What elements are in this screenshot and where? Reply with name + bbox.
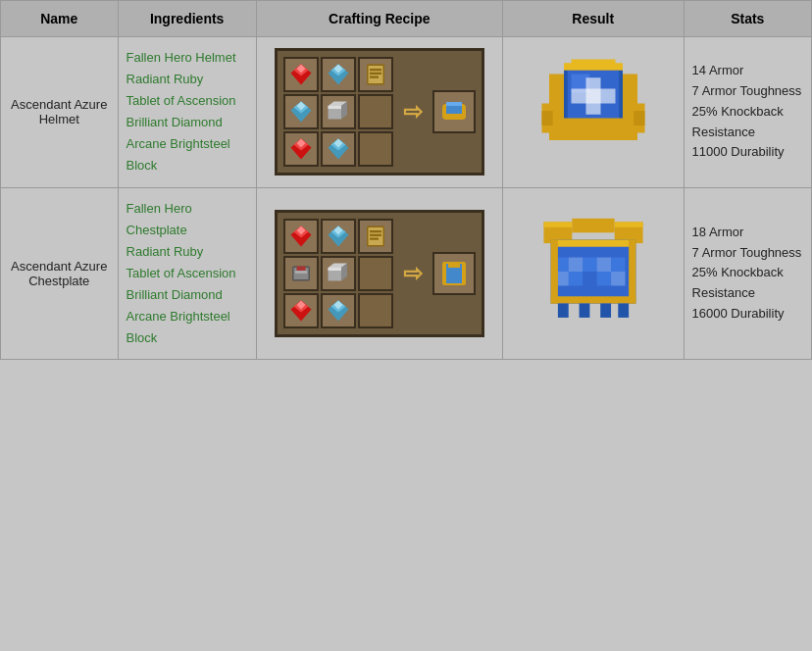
svg-rect-58 xyxy=(328,268,341,271)
recipe-slot-empty xyxy=(358,256,393,291)
svg-rect-51 xyxy=(370,234,381,236)
recipe-slot xyxy=(321,131,356,167)
item-name: Ascendant Azure Helmet xyxy=(1,37,119,188)
result-image xyxy=(502,187,684,360)
svg-rect-87 xyxy=(550,297,635,304)
crafting-recipe: ⇨ xyxy=(256,187,502,360)
svg-rect-26 xyxy=(442,108,446,118)
ingredient-item: Brilliant Diamond xyxy=(127,112,248,133)
recipe-slot xyxy=(283,293,319,328)
recipe-slot-empty xyxy=(358,293,393,328)
recipe-slot xyxy=(321,57,356,92)
result-image xyxy=(502,37,684,188)
stat-item: 25% Knockback Resistance xyxy=(692,102,803,143)
svg-rect-70 xyxy=(462,266,466,281)
stat-item: 7 Armor Toughness xyxy=(692,81,803,102)
crafting-arrow: ⇨ xyxy=(397,98,429,125)
col-header-recipe: Crafting Recipe xyxy=(256,1,502,37)
stats-list: 18 Armor 7 Armor Toughness 25% Knockback… xyxy=(684,187,811,360)
svg-rect-55 xyxy=(296,266,305,271)
svg-rect-88 xyxy=(550,240,557,304)
svg-rect-15 xyxy=(328,106,341,109)
svg-rect-27 xyxy=(462,108,466,118)
svg-rect-40 xyxy=(541,111,552,125)
svg-rect-90 xyxy=(543,223,572,227)
svg-rect-84 xyxy=(596,258,610,272)
item-name: Ascendant Azure Chestplate xyxy=(1,187,119,360)
svg-rect-80 xyxy=(596,272,610,285)
svg-rect-95 xyxy=(618,304,629,318)
ingredients-list: Fallen Hero Chestplate Radiant Ruby Tabl… xyxy=(118,187,256,360)
col-header-result: Result xyxy=(502,1,684,37)
svg-rect-39 xyxy=(571,59,615,67)
recipe-slot xyxy=(358,57,393,92)
ingredient-item: Tablet of Ascension xyxy=(127,263,248,284)
recipe-slot xyxy=(283,219,319,254)
recipe-slot-empty xyxy=(358,94,393,129)
ingredient-item: Brilliant Diamond xyxy=(127,284,248,306)
ingredient-item: Fallen Hero Helmet xyxy=(127,47,248,69)
svg-rect-81 xyxy=(611,258,625,272)
recipe-slot xyxy=(283,94,319,129)
col-header-stats: Stats xyxy=(684,1,811,37)
recipe-slot xyxy=(321,293,356,328)
crafting-recipe: ⇨ xyxy=(256,37,502,188)
svg-rect-37 xyxy=(571,88,615,103)
recipe-slot xyxy=(283,256,319,291)
svg-rect-94 xyxy=(600,304,611,318)
svg-rect-74 xyxy=(572,219,614,232)
svg-rect-91 xyxy=(614,223,642,227)
svg-rect-10 xyxy=(370,76,379,78)
svg-rect-78 xyxy=(568,272,582,285)
ingredient-item: Tablet of Ascension xyxy=(127,90,248,112)
recipe-result-slot xyxy=(432,90,476,133)
table-row: Ascendant Azure Helmet Fallen Hero Helme… xyxy=(1,37,812,188)
stat-item: 14 Armor xyxy=(692,61,803,81)
table-row: Ascendant Azure Chestplate Fallen Hero C… xyxy=(1,187,812,360)
recipe-slot xyxy=(321,219,356,254)
ingredient-item: Fallen Hero Chestplate xyxy=(127,198,248,241)
recipe-slot-empty xyxy=(358,131,393,167)
svg-rect-32 xyxy=(549,118,637,132)
ingredient-item: Radiant Ruby xyxy=(127,241,248,263)
col-header-ingredients: Ingredients xyxy=(118,1,256,37)
svg-rect-41 xyxy=(634,111,644,125)
svg-rect-93 xyxy=(579,304,589,318)
stat-item: 16000 Durability xyxy=(692,304,803,325)
svg-rect-83 xyxy=(568,258,582,272)
recipe-slot xyxy=(283,57,319,92)
col-header-name: Name xyxy=(1,1,119,37)
svg-rect-86 xyxy=(550,240,635,247)
svg-rect-71 xyxy=(448,262,460,268)
svg-rect-85 xyxy=(611,272,625,285)
svg-rect-52 xyxy=(370,237,379,239)
crafting-arrow: ⇨ xyxy=(397,260,429,287)
stat-item: 7 Armor Toughness xyxy=(692,243,803,264)
svg-rect-50 xyxy=(370,230,381,232)
svg-rect-56 xyxy=(295,271,307,274)
ingredient-item: Arcane Brightsteel Block xyxy=(127,306,248,349)
ingredients-list: Fallen Hero Helmet Radiant Ruby Tablet o… xyxy=(118,37,256,188)
ingredient-item: Arcane Brightsteel Block xyxy=(127,133,248,176)
recipe-slot xyxy=(321,256,356,291)
svg-rect-89 xyxy=(629,240,635,304)
ingredient-item: Radiant Ruby xyxy=(127,69,248,90)
svg-rect-28 xyxy=(446,102,462,106)
stat-item: 25% Knockback Resistance xyxy=(692,263,803,304)
svg-rect-79 xyxy=(583,258,596,272)
svg-rect-69 xyxy=(442,266,446,281)
recipe-slot xyxy=(321,94,356,129)
recipe-slot xyxy=(358,219,393,254)
recipe-result-slot xyxy=(432,252,476,295)
recipe-slot xyxy=(283,131,319,167)
svg-rect-8 xyxy=(370,69,381,71)
svg-rect-9 xyxy=(370,73,381,75)
svg-rect-92 xyxy=(558,304,569,318)
stat-item: 18 Armor xyxy=(692,223,803,243)
stat-item: 11000 Durability xyxy=(692,142,803,163)
stats-list: 14 Armor 7 Armor Toughness 25% Knockback… xyxy=(684,37,811,188)
